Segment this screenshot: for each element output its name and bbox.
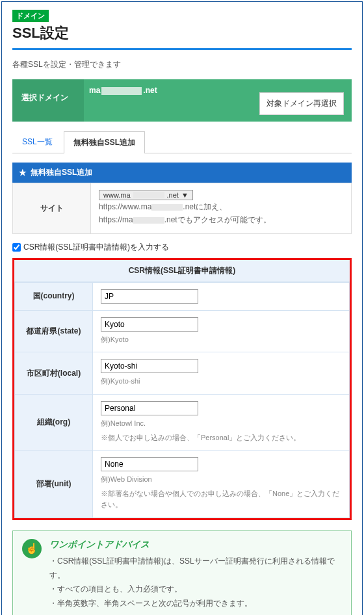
site-table: サイト www.ma.net ▼ https://www.ma.netに加え、 … <box>12 183 352 234</box>
selected-domain-bar: 選択ドメイン ma.net 対象ドメイン再選択 <box>12 79 352 122</box>
csr-checkbox-label: CSR情報(SSL証明書申請情報)を入力する <box>23 242 169 253</box>
advice-item: すべての項目とも、入力必須です。 <box>49 582 342 597</box>
masked-domain-part <box>133 192 164 198</box>
site-select[interactable]: www.ma.net ▼ <box>99 190 193 200</box>
csr-org-hint2: ※個人でお申し込みの場合、「Personal」とご入力ください。 <box>101 432 341 444</box>
csr-country-input[interactable] <box>101 289 198 304</box>
section-header: ★ 無料独自SSL追加 <box>12 163 352 183</box>
site-label: サイト <box>13 183 91 234</box>
site-note: https://www.ma.netに加え、 https://ma.netでもア… <box>99 200 343 227</box>
masked-domain-part <box>133 217 164 224</box>
advice-heading: ワンポイントアドバイス <box>49 539 342 551</box>
tab-add-free-ssl[interactable]: 無料独自SSL追加 <box>64 131 145 153</box>
csr-local-hint: 例)Kyoto-shi <box>101 376 341 387</box>
category-badge: ドメイン <box>12 10 49 22</box>
page-description: 各種SSLを設定・管理できます <box>12 59 352 70</box>
masked-domain-part <box>151 204 183 211</box>
csr-checkbox[interactable] <box>12 243 21 252</box>
csr-unit-hint2: ※部署名がない場合や個人でのお申し込みの場合、「None」とご入力ください。 <box>101 488 341 511</box>
advice-list: CSR情報(SSL証明書申請情報)は、SSLサーバー証明書発行に利用される情報で… <box>49 555 342 610</box>
reselect-domain-button[interactable]: 対象ドメイン再選択 <box>259 92 344 115</box>
csr-local-input[interactable] <box>101 359 198 373</box>
csr-panel: CSR情報(SSL証明書申請情報) 国(country) 都道府県(state)… <box>12 258 352 520</box>
csr-table: 国(country) 都道府県(state) 例)Kyoto 市区町村(loca… <box>14 282 350 518</box>
csr-local-label: 市区町村(local) <box>15 352 93 395</box>
csr-unit-hint1: 例)Web Division <box>101 474 341 486</box>
selected-domain-value: ma.net 対象ドメイン再選択 <box>84 79 352 122</box>
advice-item: 半角英数字、半角スペースと次の記号が利用できます。 <box>49 597 342 611</box>
masked-domain-part <box>101 87 142 95</box>
title-underline <box>12 48 352 50</box>
domain-text: ma.net <box>89 86 157 95</box>
csr-org-label: 組織(org) <box>15 394 93 450</box>
csr-input-toggle[interactable]: CSR情報(SSL証明書申請情報)を入力する <box>12 242 352 253</box>
csr-unit-input[interactable] <box>101 457 198 471</box>
selected-domain-label: 選択ドメイン <box>12 79 84 122</box>
hand-pointer-icon: ☝ <box>22 539 42 558</box>
csr-unit-label: 部署(unit) <box>15 451 93 518</box>
csr-country-label: 国(country) <box>15 282 93 310</box>
csr-panel-title: CSR情報(SSL証明書申請情報) <box>14 260 350 282</box>
page-container: ドメイン SSL設定 各種SSLを設定・管理できます 選択ドメイン ma.net… <box>1 1 363 615</box>
advice-box: ☝ ワンポイントアドバイス CSR情報(SSL証明書申請情報)は、SSLサーバー… <box>12 530 352 615</box>
csr-org-hint1: 例)Netowl Inc. <box>101 418 341 430</box>
tab-bar: SSL一覧 無料独自SSL追加 <box>12 131 352 153</box>
page-title: SSL設定 <box>12 23 352 43</box>
advice-item: CSR情報(SSL証明書申請情報)は、SSLサーバー証明書発行に利用される情報で… <box>49 555 342 582</box>
csr-state-input[interactable] <box>101 317 198 332</box>
csr-org-input[interactable] <box>101 401 198 415</box>
csr-state-label: 都道府県(state) <box>15 310 93 352</box>
section-title: 無料独自SSL追加 <box>31 167 92 178</box>
csr-state-hint: 例)Kyoto <box>101 334 341 346</box>
chevron-down-icon: ▼ <box>181 191 188 199</box>
star-icon: ★ <box>19 168 27 177</box>
tab-ssl-list[interactable]: SSL一覧 <box>12 131 62 153</box>
